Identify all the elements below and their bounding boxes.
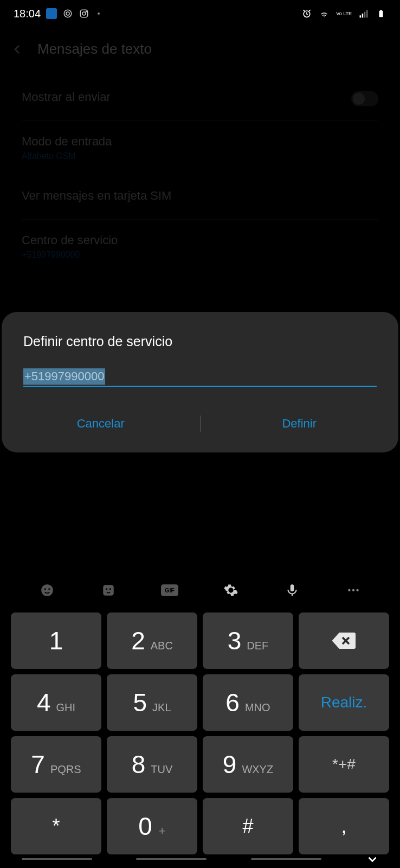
setting-sim-messages[interactable]: Ver mensajes en tarjeta SIM [22, 175, 378, 220]
nav-recent[interactable] [22, 858, 92, 860]
svg-point-17 [109, 588, 111, 590]
toggle-show-on-send[interactable] [351, 91, 378, 106]
status-time: 18:04 [14, 8, 41, 20]
dialog-title: Definir centro de servicio [2, 334, 398, 349]
svg-rect-11 [380, 10, 382, 11]
svg-rect-9 [366, 10, 368, 17]
svg-point-22 [356, 589, 358, 591]
key-5[interactable]: 5JKL [107, 674, 197, 731]
gif-icon[interactable]: GIF [161, 582, 178, 599]
settings-icon[interactable] [222, 582, 240, 599]
keyboard-toolbar: GIF [0, 571, 400, 612]
key-6[interactable]: 6MNO [203, 674, 293, 731]
nav-bar [0, 852, 400, 865]
chrome-icon [62, 8, 73, 19]
setting-service-center[interactable]: Centro de servicio +51997990000 [22, 220, 378, 273]
back-icon[interactable] [11, 43, 24, 56]
key-#[interactable]: # [203, 798, 293, 854]
cancel-button[interactable]: Cancelar [2, 409, 200, 439]
instagram-icon [79, 8, 89, 19]
key-*[interactable]: * [11, 798, 101, 854]
svg-point-13 [44, 588, 46, 590]
more-notifications-dot [98, 12, 100, 15]
svg-text:GIF: GIF [165, 587, 175, 593]
signal-icon [358, 8, 369, 19]
svg-point-14 [48, 588, 50, 590]
app-icon [46, 8, 57, 19]
status-bar: 18:04 Vo LTE [0, 0, 400, 27]
key-8[interactable]: 8TUV [107, 736, 197, 793]
key-,[interactable]: , [299, 798, 389, 854]
keyboard: GIF 12ABC3DEF4GHI5JKL6MNORealiz.7PQRS8TU… [0, 571, 400, 868]
svg-point-12 [41, 584, 53, 596]
svg-point-20 [348, 589, 350, 591]
svg-point-3 [82, 12, 86, 15]
key-3[interactable]: 3DEF [203, 612, 293, 669]
more-icon[interactable] [345, 582, 362, 599]
key-done[interactable]: Realiz. [299, 674, 389, 731]
dialog-input[interactable]: +51997990000 [23, 368, 105, 385]
sticker-icon[interactable] [100, 582, 117, 599]
keyboard-collapse-icon[interactable] [365, 852, 378, 865]
key-2[interactable]: 2ABC [107, 612, 197, 669]
svg-point-1 [66, 12, 69, 15]
svg-point-0 [64, 10, 72, 17]
key-symbols[interactable]: *+# [299, 736, 389, 793]
svg-rect-8 [364, 12, 366, 18]
key-1[interactable]: 1 [11, 612, 101, 669]
setting-input-mode[interactable]: Modo de entrada Alfabeto GSM [22, 121, 378, 175]
alarm-icon [301, 8, 312, 19]
input-underline [23, 386, 377, 387]
svg-rect-6 [360, 15, 362, 17]
svg-point-4 [86, 11, 87, 12]
svg-rect-10 [379, 11, 383, 17]
key-4[interactable]: 4GHI [11, 674, 101, 731]
nav-home[interactable] [136, 858, 207, 860]
battery-icon [376, 8, 386, 19]
nav-back[interactable] [251, 858, 321, 860]
dialog-service-center: Definir centro de servicio +51997990000 … [2, 312, 398, 452]
key-7[interactable]: 7PQRS [11, 736, 101, 793]
ok-button[interactable]: Definir [201, 409, 399, 439]
svg-point-21 [352, 589, 354, 591]
svg-rect-15 [103, 585, 114, 596]
emoji-icon[interactable] [38, 582, 56, 599]
wifi-icon [319, 8, 330, 19]
svg-point-16 [106, 588, 107, 590]
svg-rect-7 [362, 14, 364, 18]
key-backspace[interactable] [299, 612, 389, 669]
key-9[interactable]: 9WXYZ [203, 736, 293, 793]
volte-icon: Vo LTE [336, 11, 352, 16]
key-0[interactable]: 0+ [107, 798, 197, 854]
header-title: Mensajes de texto [37, 41, 152, 58]
mic-icon[interactable] [283, 582, 301, 599]
setting-show-on-send[interactable]: Mostrar al enviar [22, 76, 378, 121]
